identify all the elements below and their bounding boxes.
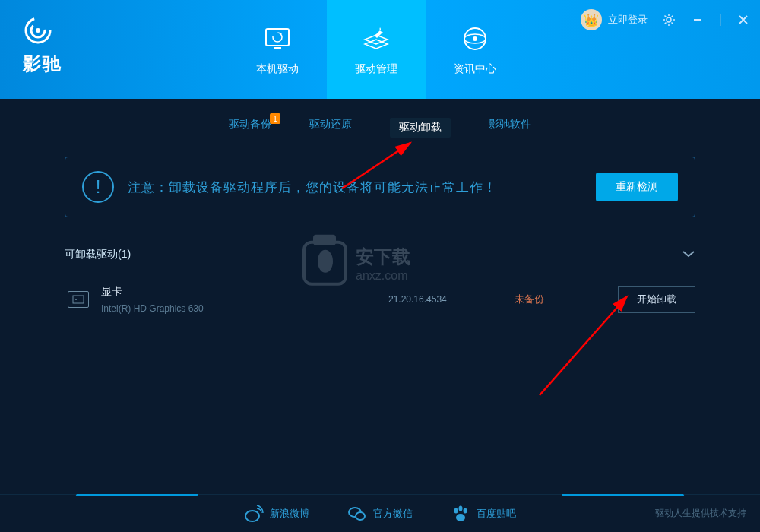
sub-tab-restore[interactable]: 驱动还原 [309, 118, 352, 138]
nav-tab-news[interactable]: 资讯中心 [426, 0, 524, 99]
svg-point-23 [356, 512, 365, 520]
separator-icon: | [719, 13, 722, 27]
nav-tab-label: 驱动管理 [355, 62, 397, 76]
nav-tab-label: 资讯中心 [454, 62, 496, 76]
section-title: 可卸载驱动(1) [65, 248, 131, 261]
main-nav: 本机驱动 驱动管理 资讯中心 [228, 0, 524, 99]
svg-point-14 [75, 299, 77, 300]
nav-tab-driver-manage[interactable]: 驱动管理 [327, 0, 426, 99]
driver-list-item: 显卡 Intel(R) HD Graphics 630 21.20.16.453… [65, 271, 695, 328]
svg-point-27 [456, 514, 465, 521]
social-tieba[interactable]: 百度贴吧 [451, 504, 516, 524]
window-controls: 👑 立即登录 | [581, 9, 751, 30]
close-button[interactable] [736, 12, 751, 27]
refresh-detect-button[interactable]: 重新检测 [596, 173, 678, 201]
driver-version: 21.20.16.4534 [388, 294, 502, 305]
footer-credit: 驱动人生提供技术支持 [655, 507, 746, 520]
driver-info: 显卡 Intel(R) HD Graphics 630 [101, 285, 376, 314]
footer: 新浪微博 官方微信 百度贴吧 驱动人生提供技术支持 [0, 494, 760, 532]
brand-swirl-icon [23, 15, 53, 46]
svg-point-21 [245, 511, 259, 521]
settings-button[interactable] [661, 12, 676, 27]
sub-tab-uninstall[interactable]: 驱动卸载 [390, 118, 451, 138]
avatar-icon: 👑 [581, 9, 602, 30]
driver-model: Intel(R) HD Graphics 630 [101, 303, 376, 314]
layers-wrench-icon [360, 23, 392, 55]
close-icon [738, 14, 749, 25]
logo-area: 影驰 [0, 0, 228, 99]
sub-tab-bar: 驱动备份 1 驱动还原 驱动卸载 影驰软件 [0, 99, 760, 149]
sub-tab-label: 驱动还原 [309, 118, 352, 130]
social-weibo[interactable]: 新浪微博 [244, 504, 309, 524]
globe-icon [459, 23, 491, 55]
svg-rect-4 [274, 47, 281, 49]
svg-rect-3 [266, 29, 289, 46]
sub-tab-software[interactable]: 影驰软件 [489, 118, 531, 138]
svg-point-24 [454, 508, 458, 513]
weibo-icon [244, 504, 264, 524]
minimize-button[interactable] [690, 12, 705, 27]
sub-tab-label: 驱动备份 [229, 118, 271, 130]
wechat-icon [347, 504, 367, 524]
svg-point-2 [36, 28, 40, 33]
login-label: 立即登录 [608, 13, 648, 27]
nav-tab-local-driver[interactable]: 本机驱动 [228, 0, 327, 99]
sub-tab-backup[interactable]: 驱动备份 1 [229, 118, 271, 138]
main-content: ! 注意：卸载设备驱动程序后，您的设备将可能无法正常工作！ 重新检测 可卸载驱动… [0, 149, 760, 328]
start-uninstall-button[interactable]: 开始卸载 [618, 286, 695, 313]
display-card-icon [68, 291, 89, 308]
driver-name: 显卡 [101, 285, 376, 299]
svg-point-8 [473, 36, 477, 41]
sub-tab-label: 影驰软件 [489, 118, 531, 130]
user-login-area[interactable]: 👑 立即登录 [581, 9, 648, 30]
warning-banner: ! 注意：卸载设备驱动程序后，您的设备将可能无法正常工作！ 重新检测 [65, 157, 695, 217]
brand-name: 影驰 [23, 52, 62, 76]
badge-count: 1 [270, 113, 280, 124]
social-label: 官方微信 [373, 507, 413, 521]
svg-point-25 [459, 505, 463, 511]
driver-backup-status: 未备份 [515, 293, 606, 306]
gear-icon [662, 13, 676, 27]
warning-text: 注意：卸载设备驱动程序后，您的设备将可能无法正常工作！ [128, 179, 582, 196]
svg-rect-13 [73, 296, 84, 303]
baidu-paw-icon [451, 504, 470, 524]
section-header: 可卸载驱动(1) [65, 248, 695, 271]
social-wechat[interactable]: 官方微信 [347, 504, 413, 524]
nav-tab-label: 本机驱动 [256, 62, 299, 76]
chevron-down-icon [682, 249, 695, 258]
monitor-refresh-icon [261, 23, 293, 55]
svg-point-9 [667, 17, 671, 22]
social-label: 百度贴吧 [477, 507, 516, 521]
warning-exclamation-icon: ! [82, 171, 114, 203]
collapse-toggle[interactable] [682, 248, 695, 261]
minimize-icon [692, 14, 703, 25]
social-label: 新浪微博 [270, 507, 309, 521]
sub-tab-label: 驱动卸载 [399, 121, 442, 133]
app-header: 影驰 本机驱动 驱动管理 资讯中心 👑 立即登录 [0, 0, 760, 99]
svg-point-26 [464, 508, 467, 513]
